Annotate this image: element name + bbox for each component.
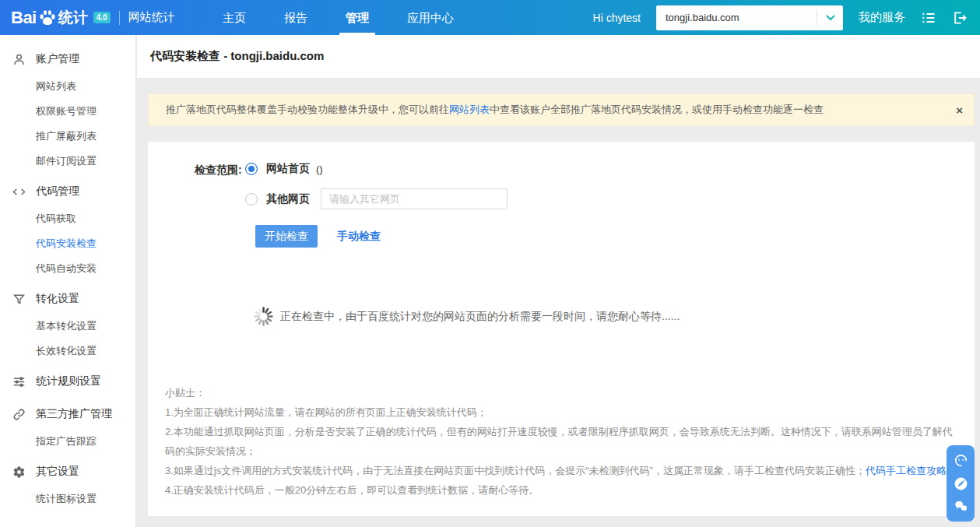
action-button-row: 开始检查 手动检查 xyxy=(255,225,381,248)
option-homepage-row: 网站首页 () xyxy=(245,162,323,176)
sidebar-group-label: 统计规则设置 xyxy=(36,374,101,388)
logout-icon[interactable] xyxy=(952,10,968,26)
loading-spinner-icon xyxy=(253,306,274,327)
baidu-paw-icon xyxy=(37,8,58,28)
sidebar-group-account-header[interactable]: 账户管理 xyxy=(0,44,135,74)
funnel-icon xyxy=(12,293,26,306)
sidebar-group-stat-rules-header[interactable]: 统计规则设置 xyxy=(0,367,135,396)
sidebar: 账户管理 网站列表 权限账号管理 推广屏蔽列表 邮件订阅设置 代码管理 代码获取… xyxy=(0,35,136,527)
sidebar-group-label: 第三方推广管理 xyxy=(36,407,112,421)
homepage-radio[interactable] xyxy=(245,163,258,175)
sliders-icon xyxy=(12,375,26,388)
user-greeting: Hi chytest xyxy=(593,12,641,24)
other-page-input[interactable] xyxy=(321,188,508,209)
list-menu-icon[interactable] xyxy=(921,10,936,26)
sidebar-group-label: 代码管理 xyxy=(36,184,79,199)
sidebar-group-other: 其它设置 统计图标设置 xyxy=(0,457,135,511)
site-selector-value: tongji.baidu.com xyxy=(656,12,817,23)
sidebar-group-code: 代码管理 代码获取 代码安装检查 代码自动安装 xyxy=(0,177,135,281)
homepage-radio-label[interactable]: 网站首页 xyxy=(266,162,310,176)
floating-tools-panel xyxy=(947,445,975,522)
sidebar-group-other-header[interactable]: 其它设置 xyxy=(0,457,135,487)
tips-line-4: 4.正确安装统计代码后，一般20分钟左右后，即可以查看到统计数据，请耐心等待。 xyxy=(165,480,959,500)
top-bar: Bai 统计 4.0 网站统计 主页 报告 管理 应用中心 Hi chytest… xyxy=(0,0,980,35)
chevron-down-icon xyxy=(817,10,843,26)
sidebar-item-basic-conversion[interactable]: 基本转化设置 xyxy=(0,314,135,339)
sidebar-item-site-list[interactable]: 网站列表 xyxy=(0,74,135,99)
sidebar-group-label: 账户管理 xyxy=(36,52,79,66)
tips-line-3: 3.如果通过js文件调用的方式安装统计代码，由于无法直接在网站页面中找到统计代码… xyxy=(165,461,959,480)
sidebar-item-promo-block-list[interactable]: 推广屏蔽列表 xyxy=(0,124,135,149)
page-title: 代码安装检查 - tongji.baidu.com xyxy=(150,49,324,64)
logo-text: Bai xyxy=(11,8,37,28)
wechat-icon[interactable] xyxy=(954,499,968,514)
checking-status-row: 正在检查中，由于百度统计对您的网站页面的分析需要一段时间，请您耐心等待.....… xyxy=(253,306,680,327)
tips-title: 小贴士： xyxy=(165,383,959,402)
user-icon xyxy=(12,53,26,66)
site-list-link[interactable]: 网站列表 xyxy=(449,104,490,115)
sidebar-group-stat-rules: 统计规则设置 xyxy=(0,367,135,396)
gear-icon xyxy=(12,466,26,479)
close-icon[interactable]: × xyxy=(956,104,963,116)
baidu-tongji-logo[interactable]: Bai 统计 4.0 网站统计 xyxy=(11,8,175,28)
sidebar-item-code-install-check[interactable]: 代码安装检查 xyxy=(0,231,135,256)
start-check-button[interactable]: 开始检查 xyxy=(255,225,318,248)
site-selector-dropdown[interactable]: tongji.baidu.com xyxy=(656,5,843,30)
main-nav: 主页 报告 管理 应用中心 xyxy=(221,0,455,35)
check-panel: 检查范围: 网站首页 () 其他网页 开始检查 手动检查 xyxy=(148,142,975,516)
nav-app-center[interactable]: 应用中心 xyxy=(406,0,455,35)
top-bar-right: Hi chytest tongji.baidu.com 我的服务 xyxy=(593,5,968,30)
option-other-page-row: 其他网页 xyxy=(245,188,508,209)
banner-text-after: 中查看该账户全部推广落地页代码安装情况，或使用手动检查功能逐一检查 xyxy=(490,104,824,115)
feedback-pencil-icon[interactable] xyxy=(954,476,968,491)
sidebar-group-conversion: 转化设置 基本转化设置 长效转化设置 xyxy=(0,284,135,364)
nav-home[interactable]: 主页 xyxy=(221,0,248,35)
sidebar-group-conversion-header[interactable]: 转化设置 xyxy=(0,284,135,314)
product-name: 网站统计 xyxy=(128,10,175,25)
link-icon xyxy=(12,408,26,421)
other-page-radio-label[interactable]: 其他网页 xyxy=(266,192,310,206)
page-title-bar: 代码安装检查 - tongji.baidu.com xyxy=(137,35,980,79)
logo-divider xyxy=(119,11,120,25)
code-icon xyxy=(12,185,26,199)
nav-reports[interactable]: 报告 xyxy=(283,0,309,35)
checking-status-text: 正在检查中，由于百度统计对您的网站页面的分析需要一段时间，请您耐心等待.....… xyxy=(280,310,680,324)
notice-banner: 推广落地页代码整体覆盖手动校验功能整体升级中，您可以前往网站列表中查看该账户全部… xyxy=(148,93,975,126)
tips-line-3-text: 3.如果通过js文件调用的方式安装统计代码，由于无法直接在网站页面中找到统计代码… xyxy=(165,465,866,476)
sidebar-group-thirdparty: 第三方推广管理 指定广告跟踪 xyxy=(0,399,135,454)
sidebar-group-thirdparty-header[interactable]: 第三方推广管理 xyxy=(0,399,135,429)
manual-check-guide-link[interactable]: 代码手工检查攻略 xyxy=(866,465,947,476)
tips-section: 小贴士： 1.为全面正确统计网站流量，请在网站的所有页面上正确安装统计代码； 2… xyxy=(165,383,959,500)
logo-brand-text: 统计 xyxy=(58,8,88,28)
sidebar-item-email-subscription[interactable]: 邮件订阅设置 xyxy=(0,149,135,174)
other-page-radio[interactable] xyxy=(245,193,258,206)
sidebar-group-label: 其它设置 xyxy=(36,465,79,479)
sidebar-item-ad-tracking[interactable]: 指定广告跟踪 xyxy=(0,429,135,454)
banner-text-before: 推广落地页代码整体覆盖手动校验功能整体升级中，您可以前往 xyxy=(166,104,449,115)
notice-banner-text: 推广落地页代码整体覆盖手动校验功能整体升级中，您可以前往网站列表中查看该账户全部… xyxy=(166,103,824,117)
homepage-url-value: () xyxy=(316,163,323,175)
sidebar-group-code-header[interactable]: 代码管理 xyxy=(0,177,135,206)
version-badge: 4.0 xyxy=(93,12,111,23)
scope-label: 检查范围: xyxy=(195,163,242,177)
sidebar-item-permission-accounts[interactable]: 权限账号管理 xyxy=(0,99,135,124)
tips-line-2: 2.本功能通过抓取网站页面，分析是否安装了正确的统计代码，但有的网站打开速度较慢… xyxy=(165,422,959,461)
sidebar-group-account: 账户管理 网站列表 权限账号管理 推广屏蔽列表 邮件订阅设置 xyxy=(0,44,135,174)
sidebar-item-stat-icon-settings[interactable]: 统计图标设置 xyxy=(0,487,135,511)
manual-check-link[interactable]: 手动检查 xyxy=(337,230,381,244)
customer-service-icon[interactable] xyxy=(954,453,968,468)
sidebar-item-get-code[interactable]: 代码获取 xyxy=(0,206,135,231)
sidebar-item-longterm-conversion[interactable]: 长效转化设置 xyxy=(0,339,135,364)
nav-manage[interactable]: 管理 xyxy=(344,0,371,35)
sidebar-item-code-auto-install[interactable]: 代码自动安装 xyxy=(0,256,135,281)
sidebar-group-label: 转化设置 xyxy=(36,292,79,306)
my-services-link[interactable]: 我的服务 xyxy=(859,10,905,25)
tips-line-1: 1.为全面正确统计网站流量，请在网站的所有页面上正确安装统计代码； xyxy=(165,402,959,422)
